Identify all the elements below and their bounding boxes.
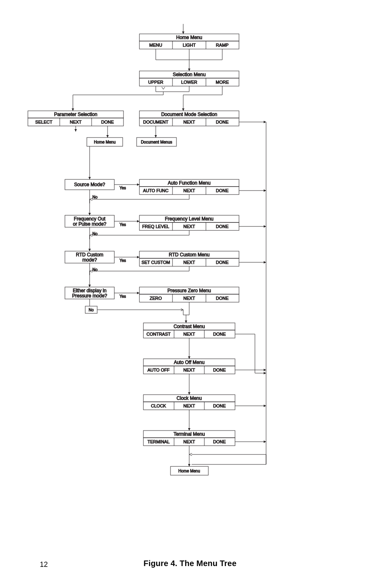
svg-text:No: No [89,308,94,312]
svg-text:AUTO FUNC: AUTO FUNC [143,188,168,193]
svg-text:DONE: DONE [213,368,226,372]
svg-text:Frequency Out: Frequency Out [74,216,106,222]
svg-text:DONE: DONE [213,439,226,444]
svg-text:Pressure Zero Menu: Pressure Zero Menu [167,288,211,293]
svg-text:mode?: mode? [82,257,97,263]
svg-text:MENU: MENU [149,43,162,47]
svg-text:Yes: Yes [119,222,126,227]
svg-text:NEXT: NEXT [183,368,195,372]
svg-text:NEXT: NEXT [183,439,195,444]
svg-text:NEXT: NEXT [183,224,195,229]
svg-text:DONE: DONE [216,188,229,193]
svg-text:LOWER: LOWER [181,80,197,85]
svg-text:Home Menu: Home Menu [176,35,202,40]
svg-text:RAMP: RAMP [216,43,229,47]
svg-text:Auto Off Menu: Auto Off Menu [174,360,204,365]
svg-text:Home Menu: Home Menu [178,469,200,473]
svg-text:Auto Function Menu: Auto Function Menu [168,180,210,186]
svg-text:SELECT: SELECT [35,120,53,124]
svg-line-119 [90,271,92,272]
svg-text:DONE: DONE [216,120,229,124]
svg-line-76 [90,198,92,199]
svg-text:TERMINAL: TERMINAL [147,439,170,444]
svg-text:RTD Custom Menu: RTD Custom Menu [169,252,210,258]
svg-text:Parameter Selection: Parameter Selection [54,112,98,117]
svg-line-188 [189,453,192,454]
svg-text:NEXT: NEXT [183,260,195,265]
svg-line-77 [90,199,92,201]
svg-text:No: No [92,195,98,199]
svg-text:Clock Menu: Clock Menu [176,395,202,401]
svg-text:Pressure mode?: Pressure mode? [72,293,107,299]
svg-text:DONE: DONE [216,224,229,229]
svg-line-97 [90,234,92,235]
svg-text:Source Mode?: Source Mode? [74,182,105,187]
svg-text:DONE: DONE [213,403,226,408]
svg-text:or Pulse mode?: or Pulse mode? [73,221,106,227]
svg-line-189 [189,454,192,456]
svg-text:DONE: DONE [216,296,229,301]
svg-text:DONE: DONE [216,260,229,265]
svg-text:DOCUMENT: DOCUMENT [143,120,168,124]
svg-text:ZERO: ZERO [150,296,162,301]
svg-text:NEXT: NEXT [183,403,195,408]
svg-text:AUTO OFF: AUTO OFF [147,368,170,372]
svg-text:Home Menu: Home Menu [94,140,116,144]
svg-text:Terminal Menu: Terminal Menu [174,431,205,437]
svg-text:Selection Menu: Selection Menu [173,72,206,77]
terminal-menu-box [0,0,0,0]
svg-line-118 [90,270,92,271]
svg-line-27 [162,87,163,89]
svg-text:Yes: Yes [119,294,126,299]
svg-text:CONTRAST: CONTRAST [147,332,171,336]
svg-text:Contrast Menu: Contrast Menu [174,324,205,329]
svg-text:Yes: Yes [119,186,126,190]
svg-text:NEXT: NEXT [70,120,82,124]
svg-text:Document Menus: Document Menus [141,140,172,144]
svg-text:UPPER: UPPER [148,80,163,85]
svg-text:NEXT: NEXT [183,296,195,301]
svg-line-98 [90,235,92,236]
svg-text:NEXT: NEXT [183,332,195,336]
figure-caption: Figure 4. The Menu Tree [0,559,380,568]
svg-text:MORE: MORE [216,80,229,85]
svg-text:Yes: Yes [119,258,126,263]
svg-text:CLOCK: CLOCK [151,403,166,408]
svg-text:Document Mode Selection: Document Mode Selection [161,112,217,117]
svg-text:Either display in: Either display in [73,288,107,293]
svg-text:DONE: DONE [101,120,114,124]
menu-tree-diagram: Home Menu MENU LIGHT RAMP Selection Menu… [0,0,380,588]
svg-text:NEXT: NEXT [183,188,195,193]
svg-text:RTD Custom: RTD Custom [76,252,103,258]
svg-text:SET CUSTOM: SET CUSTOM [141,260,170,265]
svg-text:NEXT: NEXT [183,120,195,124]
svg-text:FREQ LEVEL: FREQ LEVEL [142,224,169,229]
svg-text:LIGHT: LIGHT [183,43,196,47]
svg-line-26 [163,87,165,89]
svg-text:Frequency Level Menu: Frequency Level Menu [165,216,214,222]
svg-text:DONE: DONE [213,332,226,336]
